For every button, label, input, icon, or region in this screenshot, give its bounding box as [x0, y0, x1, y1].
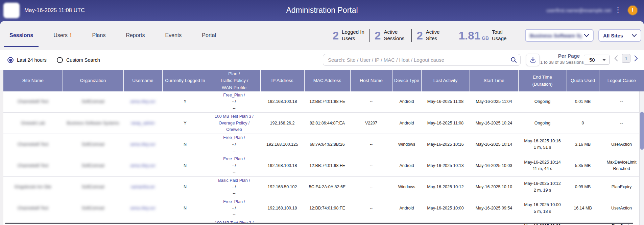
table-row: Channelwifi TestSoftComradanna.riley.usr… — [3, 134, 644, 155]
username-link[interactable]: anna.riley.usr — [130, 99, 155, 104]
tab-sessions[interactable]: Sessions — [4, 21, 39, 50]
radio-last-24-hours[interactable]: Last 24 hours — [7, 57, 47, 63]
search-box — [323, 54, 521, 66]
username-link[interactable]: anna.riley.usr — [130, 142, 155, 147]
cell-organization: SoftComrad — [63, 134, 123, 155]
radio-label: Custom Search — [66, 57, 100, 63]
col-plan[interactable]: Plan / Traffic Policy / WAN Profile — [208, 70, 260, 91]
plan-line: -- — [210, 105, 258, 112]
cell-quota-used: 0 — [567, 113, 599, 134]
cell-host-name: V2207 — [350, 219, 392, 225]
username-link[interactable]: oway_admin — [131, 121, 154, 125]
next-page-button[interactable] — [633, 55, 639, 61]
tab-portal[interactable]: Portal — [196, 21, 221, 50]
organization-dropdown[interactable]: Business Software Systems — [525, 29, 594, 42]
cell-host-name: -- — [350, 198, 392, 219]
plan-line: - / — [210, 163, 258, 169]
username-link[interactable]: anna.riley.usr — [130, 206, 155, 210]
tab-reports[interactable]: Reports — [120, 21, 150, 50]
col-currently-logged-in[interactable]: Currently Logged In — [162, 70, 208, 91]
masked-organization: SoftComrad — [82, 185, 104, 189]
col-host-name[interactable]: Host Name — [350, 70, 392, 91]
cell-logout-cause: MaxDeviceLimit Reached — [599, 155, 644, 176]
cell-mac-address: 12:BB:74:01:98:FE — [304, 198, 350, 219]
end-time: May-16-2025 10:16 — [520, 138, 565, 144]
username-link[interactable]: anna.riley.usr — [130, 163, 155, 168]
table-header-row: Site NameOrganizationUsernameCurrently L… — [3, 70, 644, 91]
cell-quota-used: 100.77 MB — [567, 219, 599, 225]
radio-circle-icon — [57, 57, 63, 63]
cell-ip-address: 192.168.50.102 — [260, 176, 304, 198]
col-last-activity[interactable]: Last Activity — [421, 70, 470, 91]
chevron-right-icon — [634, 55, 638, 61]
cell-quota-used: 0.01 MB — [567, 91, 599, 113]
horizontal-scrollbar-thumb[interactable] — [5, 223, 633, 224]
plan-link[interactable]: Overage Policy / — [210, 120, 258, 126]
plan-link[interactable]: Free_Plan / — [210, 92, 258, 99]
stat-label: Active Sites — [426, 29, 449, 42]
cell-plan: Free_Plan /- /-- — [208, 198, 260, 219]
current-page[interactable]: 1 — [622, 54, 630, 63]
search-input[interactable] — [323, 54, 510, 65]
col-start-time[interactable]: Start Time — [470, 70, 518, 91]
col-username[interactable]: Username — [123, 70, 162, 91]
app-logo — [3, 3, 20, 18]
cell-quota-used: 5.35 MB — [567, 155, 599, 176]
tab-label: Portal — [202, 32, 216, 38]
plan-link[interactable]: Free_Plan / — [210, 135, 258, 141]
col-site-name[interactable]: Site Name — [3, 70, 63, 91]
prev-page-button[interactable] — [613, 55, 619, 61]
cell-site-name: Channelwifi Test — [3, 155, 63, 176]
per-page-select[interactable]: 50 — [584, 55, 610, 65]
plan-line: - / — [210, 205, 258, 212]
sites-dropdown-label: All Sites — [603, 33, 623, 38]
plan-line: -- — [210, 169, 258, 175]
cell-organization: SoftComrad — [63, 155, 123, 176]
plan-link[interactable]: 100 MB Test Plan 3 / — [210, 113, 258, 120]
col-ip-address[interactable]: IP Address — [260, 70, 304, 91]
download-button[interactable] — [526, 54, 540, 66]
end-time: Ongoing — [520, 99, 565, 105]
filter-row: Last 24 hoursCustom Search Per Page 1 to… — [0, 50, 644, 70]
cell-start-time: May-16-2025 10:24 — [470, 113, 518, 134]
masked-site-name: Channelwifi Test — [18, 163, 48, 168]
col-end-time[interactable]: End Time (Duration) — [518, 70, 567, 91]
col-mac-address[interactable]: MAC Address — [304, 70, 350, 91]
plan-link[interactable]: Free_Plan / — [210, 199, 258, 205]
username-link[interactable]: samantha.wr — [131, 185, 155, 189]
alert-icon[interactable]: ! — [628, 6, 637, 15]
col-organization[interactable]: Organization — [63, 70, 123, 91]
plan-link[interactable]: Basic Paid Plan / — [210, 177, 258, 184]
cell-device-type: Android — [392, 198, 421, 219]
cell-device-type: Windows — [392, 134, 421, 155]
col-quota-used[interactable]: Quota Used — [567, 70, 599, 91]
tab-events[interactable]: Events — [160, 21, 187, 50]
duration: 1 m, 51 s — [520, 144, 565, 151]
sites-dropdown[interactable]: All Sites — [598, 29, 641, 42]
cell-site-name: Channelwifi Test — [3, 91, 63, 113]
range-text: 1 to 38 of 38 Sessions — [540, 60, 580, 65]
cell-device-type: Android — [392, 91, 421, 113]
plan-link[interactable]: Free_Plan / — [210, 156, 258, 162]
stat-unit: GB — [482, 35, 489, 42]
plan-line: -- — [210, 190, 258, 197]
table-row: Oneweb LabBusiness Software Systemsoway_… — [3, 219, 644, 225]
col-logout-cause[interactable]: Logout Cause — [599, 70, 644, 91]
cell-organization: Business Software Systems — [63, 113, 123, 134]
col-device-type[interactable]: Device Type — [392, 70, 421, 91]
pagination-summary: Per Page 1 to 38 of 38 Sessions — [540, 53, 580, 65]
tab-plans[interactable]: Plans — [87, 21, 111, 50]
search-icon[interactable] — [510, 57, 517, 63]
vertical-scrollbar-thumb[interactable] — [640, 112, 644, 150]
plan-link[interactable]: Oneweb — [210, 126, 258, 133]
organization-dropdown-label: Business Software Systems — [530, 33, 581, 38]
end-time: Ongoing — [520, 120, 565, 126]
cell-host-name: V2207 — [350, 113, 392, 134]
tab-label: Plans — [92, 32, 105, 38]
cell-mac-address: 12:BB:74:01:98:FE — [304, 155, 350, 176]
tab-users[interactable]: Users! — [48, 21, 77, 50]
kebab-menu-icon[interactable]: ⋮ — [614, 5, 622, 14]
cell-organization: SoftComrad — [63, 198, 123, 219]
cell-currently-logged-in: N — [162, 176, 208, 198]
radio-custom-search[interactable]: Custom Search — [57, 57, 100, 63]
